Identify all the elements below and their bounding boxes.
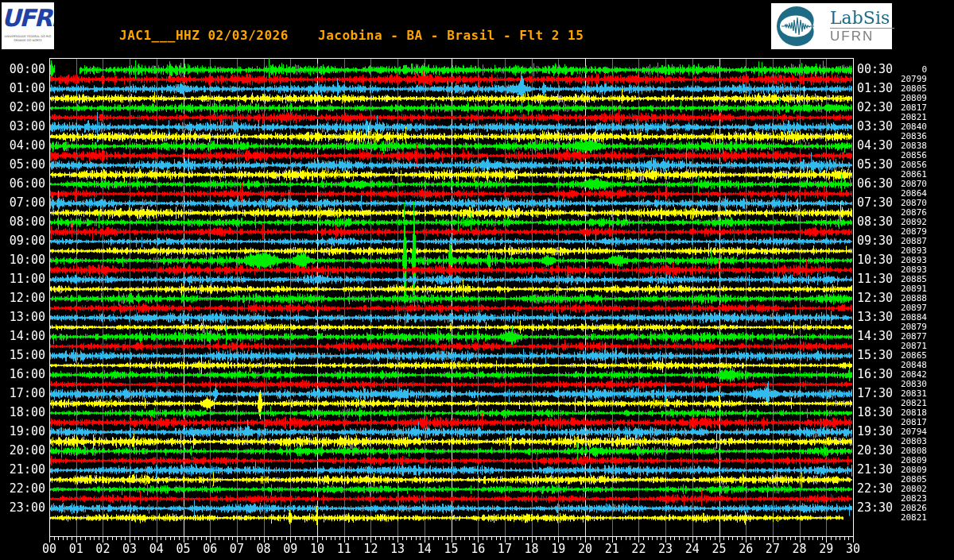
row-gain-value: 20836 [877, 132, 927, 141]
x-axis-tick-label: 28 [786, 543, 813, 555]
row-gain-value: 20831 [877, 389, 927, 398]
x-axis-tick-label: 21 [599, 543, 626, 555]
row-gain-value: 20871 [877, 342, 927, 350]
row-gain-value: 20802 [877, 485, 927, 493]
left-time-label: 10:00 [0, 255, 45, 265]
row-gain-value: 20830 [877, 380, 927, 388]
left-time-label: 12:00 [0, 293, 45, 303]
station-title: JAC1___HHZ 02/03/2026 [119, 28, 289, 43]
row-gain-value: 20848 [877, 361, 927, 369]
x-axis-tick-label: 11 [331, 543, 358, 555]
left-time-label: 14:00 [0, 331, 45, 342]
left-time-label: 20:00 [0, 446, 45, 456]
row-gain-value: 20893 [877, 246, 927, 255]
labsis-waveform-eye-icon [774, 6, 824, 47]
x-axis-tick-label: 27 [759, 543, 786, 555]
labsis-org: UFRN [830, 29, 894, 44]
ufrn-logo-text: UFRN [2, 2, 54, 34]
left-time-label: 06:00 [0, 179, 45, 189]
left-time-label: 21:00 [0, 465, 45, 475]
x-axis-tick-label: 29 [812, 543, 840, 555]
row-gain-value: 20809 [877, 465, 927, 474]
left-time-label: 03:00 [0, 122, 45, 132]
left-time-label: 02:00 [0, 102, 45, 113]
left-time-label: 22:00 [0, 484, 45, 494]
row-gain-value: 20808 [877, 446, 927, 455]
left-time-label: 07:00 [0, 198, 45, 208]
x-axis-tick-label: 07 [223, 543, 250, 555]
row-gain-value: 20823 [877, 494, 927, 503]
row-gain-value: 20870 [877, 199, 927, 207]
row-gain-value: 0 [877, 65, 927, 74]
left-time-label: 23:00 [0, 503, 45, 513]
left-time-label: 05:00 [0, 160, 45, 170]
x-axis-tick-label: 02 [89, 543, 116, 555]
row-gain-value: 20821 [877, 399, 927, 407]
left-time-label: 13:00 [0, 312, 45, 322]
x-axis-tick-label: 09 [277, 543, 304, 555]
helicorder-page: { "window": {"width": 1200, "height": 70… [0, 0, 954, 560]
row-gain-value: 20879 [877, 322, 927, 331]
x-axis-tick-label: 06 [196, 543, 223, 555]
x-axis-tick-label: 26 [732, 543, 759, 555]
x-axis-tick-label: 20 [572, 543, 599, 555]
left-time-label: 16:00 [0, 369, 45, 380]
row-gain-value: 20826 [877, 504, 927, 512]
left-time-label: 04:00 [0, 141, 45, 151]
ufrn-logo-caption: UNIVERSIDADE FEDERAL DO RIO GRANDE DO NO… [4, 35, 51, 42]
left-time-label: 08:00 [0, 217, 45, 227]
row-gain-value: 20887 [877, 237, 927, 245]
row-gain-value: 20817 [877, 103, 927, 112]
row-gain-value: 20884 [877, 313, 927, 322]
x-axis-tick-label: 25 [706, 543, 733, 555]
row-gain-value: 20821 [877, 113, 927, 122]
row-gain-value: 20840 [877, 122, 927, 131]
x-axis-tick-label: 10 [304, 543, 331, 555]
ufrn-logo: UFRN UNIVERSIDADE FEDERAL DO RIO GRANDE … [2, 2, 54, 49]
row-gain-value: 20870 [877, 180, 927, 188]
left-time-label: 15:00 [0, 350, 45, 361]
x-axis-tick-label: 12 [357, 543, 384, 555]
left-time-label: 18:00 [0, 407, 45, 418]
x-axis-tick-label: 18 [518, 543, 545, 555]
left-time-label: 19:00 [0, 427, 45, 437]
row-gain-value: 20805 [877, 475, 927, 484]
row-gain-value: 20803 [877, 437, 927, 446]
row-gain-value: 20809 [877, 94, 927, 102]
left-time-label: 01:00 [0, 83, 45, 94]
row-gain-value: 20885 [877, 275, 927, 284]
row-gain-value: 20842 [877, 370, 927, 379]
x-axis-tick-label: 15 [438, 543, 465, 555]
row-gain-value: 20861 [877, 170, 927, 179]
row-gain-value: 20805 [877, 84, 927, 93]
left-time-label: 11:00 [0, 274, 45, 284]
row-gain-value: 20818 [877, 408, 927, 417]
left-time-label: 17:00 [0, 388, 45, 399]
row-gain-value: 20856 [877, 160, 927, 169]
row-gain-value: 20865 [877, 351, 927, 360]
x-axis-tick-label: 01 [63, 543, 90, 555]
row-gain-value: 20879 [877, 227, 927, 236]
x-axis-tick-label: 23 [652, 543, 679, 555]
x-axis-tick-label: 19 [545, 543, 572, 555]
row-gain-value: 20856 [877, 151, 927, 160]
row-gain-value: 20794 [877, 427, 927, 436]
row-gain-value: 20891 [877, 284, 927, 293]
row-gain-value: 20864 [877, 189, 927, 198]
row-gain-value: 20892 [877, 218, 927, 226]
row-gain-value: 20838 [877, 141, 927, 150]
row-gain-value: 20893 [877, 265, 927, 274]
x-axis-tick-label: 13 [384, 543, 411, 555]
row-gain-value: 20877 [877, 332, 927, 341]
row-gain-value: 20897 [877, 303, 927, 312]
row-gain-value: 20876 [877, 208, 927, 217]
x-axis-tick-label: 24 [679, 543, 706, 555]
x-axis-tick-label: 14 [411, 543, 438, 555]
location-title: Jacobina - BA - Brasil - Flt 2 15 [318, 28, 584, 43]
helicorder-canvas [0, 0, 954, 560]
labsis-logo: LabSis UFRN [771, 3, 892, 49]
labsis-name: LabSis [830, 9, 894, 29]
x-axis-tick-label: 04 [143, 543, 170, 555]
x-axis-tick-label: 16 [464, 543, 491, 555]
row-gain-value: 20809 [877, 456, 927, 465]
